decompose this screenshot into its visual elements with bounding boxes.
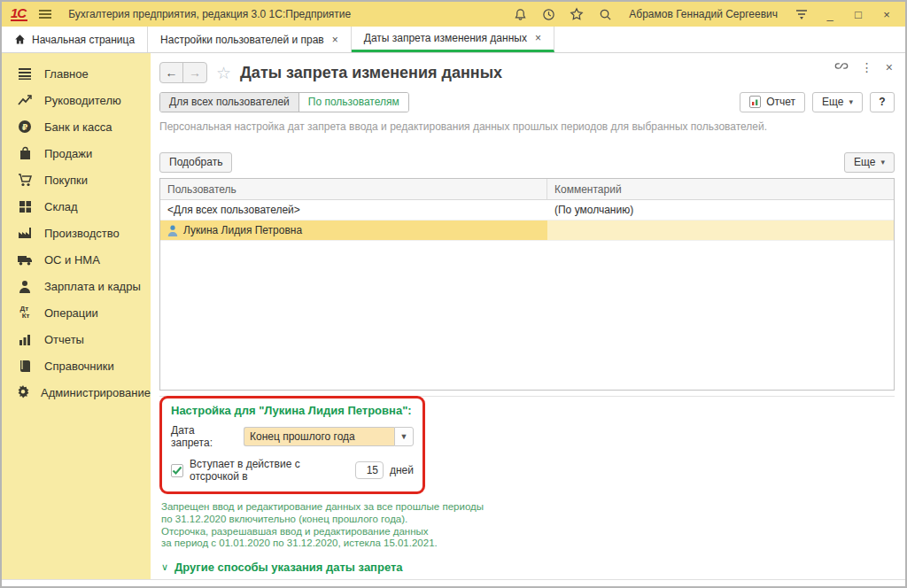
tabbar: Начальная страница Настройки пользовател…	[2, 27, 905, 53]
delay-label: Вступает в действие с отсрочкой в	[190, 458, 349, 483]
more-button[interactable]: Еще▾	[812, 92, 863, 112]
sidebar-item-production[interactable]: Производство	[2, 220, 151, 246]
tab-restriction-dates[interactable]: Даты запрета изменения данных ×	[352, 27, 554, 52]
search-icon[interactable]	[595, 4, 615, 24]
factory-icon	[16, 227, 34, 239]
book-icon	[16, 360, 34, 373]
sidebar-item-administration[interactable]: Администрирование	[2, 379, 151, 406]
other-methods-header[interactable]: ∨ Другие способы указания даты запрета	[161, 561, 895, 574]
cell-comment: (По умолчанию)	[547, 200, 894, 220]
sidebar: Главное Руководителю ₽ Банк и касса Прод…	[2, 53, 151, 579]
tab-close-icon[interactable]: ×	[535, 32, 541, 44]
favorites-star-icon[interactable]	[567, 4, 586, 24]
bag-icon	[16, 146, 34, 160]
dropdown-button[interactable]: ▼	[394, 427, 414, 446]
pick-users-button[interactable]: Подобрать	[159, 152, 232, 173]
chevron-down-icon: ▾	[849, 97, 853, 106]
sidebar-item-label: Склад	[44, 200, 78, 213]
table-row-selected[interactable]: Лукина Лидия Петровна	[160, 220, 894, 241]
view-toggle: Для всех пользователей По пользователям	[159, 92, 409, 112]
gear-icon	[16, 385, 30, 399]
sidebar-item-sales[interactable]: Продажи	[2, 140, 151, 166]
chevron-down-icon: ▾	[880, 158, 885, 166]
report-button[interactable]: Отчет	[740, 92, 805, 112]
maximize-button[interactable]: □	[849, 4, 868, 24]
sidebar-item-label: Справочники	[44, 360, 114, 373]
app-window: 1С Бухгалтерия предприятия, редакция 3.0…	[0, 0, 907, 588]
sidebar-item-payroll-hr[interactable]: Зарплата и кадры	[2, 273, 151, 299]
sidebar-item-warehouse[interactable]: Склад	[2, 193, 151, 220]
get-link-icon[interactable]	[834, 60, 849, 74]
cell-user: <Для всех пользователей>	[160, 200, 547, 220]
column-header-user[interactable]: Пользователь	[160, 179, 547, 199]
settings-heading: Настройка для "Лукина Лидия Петровна":	[171, 404, 414, 417]
user-icon	[167, 225, 178, 236]
sidebar-item-manager[interactable]: Руководителю	[2, 87, 151, 113]
sidebar-item-label: Руководителю	[44, 94, 121, 107]
sidebar-item-bank-cash[interactable]: ₽ Банк и касса	[2, 113, 151, 140]
menu-icon	[16, 67, 34, 80]
tab-home[interactable]: Начальная страница	[2, 27, 148, 52]
truck-icon	[16, 254, 34, 266]
close-form-icon[interactable]: ×	[886, 60, 893, 74]
sidebar-item-label: Отчеты	[44, 333, 84, 346]
more-dots-icon[interactable]: ⋮	[861, 60, 873, 74]
sidebar-item-label: Главное	[44, 67, 89, 81]
sidebar-item-label: Операции	[44, 306, 98, 320]
sidebar-item-label: Производство	[44, 227, 120, 240]
chevron-down-icon: ∨	[161, 561, 168, 573]
ruble-icon: ₽	[16, 120, 34, 134]
person-icon	[16, 280, 34, 293]
history-icon[interactable]	[539, 4, 558, 24]
sidebar-item-fixed-assets[interactable]: ОС и НМА	[2, 246, 151, 273]
sidebar-item-main[interactable]: Главное	[2, 60, 151, 87]
notifications-bell-icon[interactable]	[510, 4, 530, 24]
table-empty-area	[160, 241, 894, 390]
tab-label: Даты запрета изменения данных	[364, 32, 527, 44]
toggle-all-users[interactable]: Для всех пользователей	[160, 93, 299, 112]
window-bottom-edge	[2, 579, 905, 586]
users-table: Пользователь Комментарий <Для всех польз…	[159, 178, 895, 391]
date-restriction-combo: Конец прошлого года ▼	[244, 427, 414, 446]
column-header-comment[interactable]: Комментарий	[547, 179, 894, 199]
cart-icon	[16, 174, 34, 187]
delay-suffix: дней	[390, 464, 414, 476]
forward-button[interactable]: →	[183, 63, 206, 82]
back-button[interactable]: ←	[160, 63, 183, 82]
service-menu-icon[interactable]	[792, 4, 811, 24]
current-user[interactable]: Абрамов Геннадий Сергеевич	[629, 8, 778, 20]
sidebar-item-operations[interactable]: Дт Кт Операции	[2, 299, 151, 326]
sidebar-item-label: Продажи	[44, 147, 92, 160]
dtkt-icon: Дт Кт	[16, 306, 34, 320]
delay-checkbox[interactable]	[171, 464, 183, 477]
window-title: Бухгалтерия предприятия, редакция 3.0 1С…	[68, 8, 351, 20]
table-row[interactable]: <Для всех пользователей> (По умолчанию)	[160, 200, 894, 220]
chart-icon	[16, 333, 34, 345]
sidebar-item-label: Зарплата и кадры	[44, 280, 141, 293]
grid-icon	[16, 200, 34, 213]
sidebar-item-reports[interactable]: Отчеты	[2, 326, 151, 352]
sidebar-item-label: Покупки	[44, 174, 88, 187]
content-panel: ← → ☆ Даты запрета изменения данных ⋮ × …	[151, 53, 905, 579]
main-menu-icon[interactable]	[36, 7, 54, 21]
table-more-button[interactable]: Еще▾	[844, 152, 895, 173]
date-restriction-value[interactable]: Конец прошлого года	[244, 427, 394, 446]
help-button[interactable]: ?	[870, 92, 895, 112]
tab-close-icon[interactable]: ×	[332, 34, 338, 46]
sidebar-item-label: ОС и НМА	[44, 253, 100, 267]
close-window-button[interactable]: ×	[877, 4, 896, 24]
minimize-button[interactable]: _	[820, 4, 840, 24]
history-nav: ← →	[159, 62, 207, 83]
table-header: Пользователь Комментарий	[160, 179, 894, 200]
annotation-red-box: Настройка для "Лукина Лидия Петровна": Д…	[159, 396, 425, 494]
tab-label: Начальная страница	[32, 34, 135, 46]
sidebar-item-directories[interactable]: Справочники	[2, 352, 151, 379]
favorite-star-icon[interactable]: ☆	[216, 63, 231, 83]
sidebar-item-purchases[interactable]: Покупки	[2, 166, 151, 193]
sidebar-item-label: Администрирование	[41, 386, 151, 399]
tab-label: Настройки пользователей и прав	[160, 34, 324, 46]
tab-user-settings[interactable]: Настройки пользователей и прав ×	[148, 27, 352, 52]
toggle-by-users[interactable]: По пользователям	[299, 93, 408, 112]
delay-days-field[interactable]: 15	[355, 461, 384, 479]
date-restriction-label: Дата запрета:	[171, 424, 238, 449]
